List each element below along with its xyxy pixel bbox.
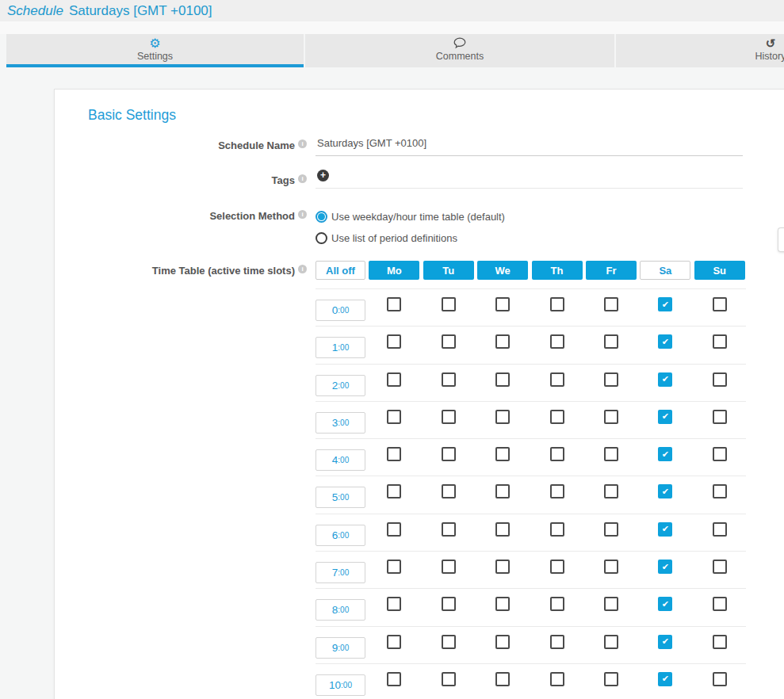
checkbox-th-100[interactable] <box>550 334 564 349</box>
checkbox-fr-900[interactable] <box>604 635 618 649</box>
radio-button[interactable] <box>316 211 327 223</box>
checkbox-tu-500[interactable] <box>442 484 456 498</box>
checkbox-su-800[interactable] <box>713 597 727 611</box>
tab-history[interactable]: ↺ History <box>616 34 784 67</box>
checkbox-we-500[interactable] <box>495 484 510 498</box>
radio-option-weekday-table[interactable]: Use weekday/hour time table (default) <box>316 206 505 227</box>
checkbox-we-700[interactable] <box>495 560 510 574</box>
checkbox-sa-500[interactable]: ✔ <box>658 484 672 498</box>
hour-button-3[interactable]: 3:00 <box>316 412 365 434</box>
checkbox-th-500[interactable] <box>550 484 564 498</box>
checkbox-we-300[interactable] <box>495 410 510 424</box>
checkbox-tu-300[interactable] <box>442 410 456 424</box>
checkbox-mo-500[interactable] <box>387 484 401 498</box>
checkbox-fr-000[interactable] <box>604 297 618 311</box>
checkbox-tu-700[interactable] <box>442 560 456 574</box>
checkbox-su-400[interactable] <box>713 447 727 461</box>
checkbox-mo-600[interactable] <box>387 522 401 537</box>
schedule-name-input[interactable] <box>316 136 743 156</box>
checkbox-su-600[interactable] <box>713 522 727 537</box>
checkbox-sa-200[interactable]: ✔ <box>658 372 672 387</box>
checkbox-mo-200[interactable] <box>387 372 401 387</box>
hour-button-4[interactable]: 4:00 <box>316 449 365 471</box>
checkbox-th-600[interactable] <box>550 522 564 537</box>
all-off-button[interactable]: All off <box>316 261 365 280</box>
day-header-su[interactable]: Su <box>694 261 745 280</box>
day-header-th[interactable]: Th <box>532 261 583 280</box>
checkbox-mo-100[interactable] <box>387 334 401 349</box>
hour-button-1[interactable]: 1:00 <box>316 337 365 358</box>
checkbox-fr-600[interactable] <box>604 522 618 537</box>
checkbox-we-800[interactable] <box>495 597 510 611</box>
checkbox-su-000[interactable] <box>713 297 727 311</box>
checkbox-su-100[interactable] <box>713 334 727 349</box>
checkbox-fr-300[interactable] <box>604 410 618 424</box>
checkbox-we-600[interactable] <box>495 522 510 537</box>
checkbox-th-800[interactable] <box>550 597 564 611</box>
checkbox-th-700[interactable] <box>550 560 564 574</box>
checkbox-th-300[interactable] <box>550 410 564 424</box>
tab-comments[interactable]: Comments <box>305 34 614 67</box>
checkbox-su-200[interactable] <box>713 372 727 387</box>
checkbox-tu-400[interactable] <box>442 447 456 461</box>
add-tag-button[interactable]: + <box>317 170 329 181</box>
checkbox-th-200[interactable] <box>550 372 564 387</box>
tags-field[interactable]: + <box>316 170 743 189</box>
info-icon[interactable]: i <box>298 174 307 183</box>
checkbox-tu-900[interactable] <box>442 635 456 649</box>
day-header-mo[interactable]: Mo <box>369 261 419 280</box>
collapsed-side-panel-handle[interactable] <box>778 227 784 252</box>
checkbox-su-300[interactable] <box>713 410 727 424</box>
checkbox-tu-1000[interactable] <box>442 672 456 686</box>
checkbox-mo-1000[interactable] <box>387 672 401 686</box>
checkbox-tu-100[interactable] <box>442 334 456 349</box>
checkbox-tu-800[interactable] <box>442 597 456 611</box>
checkbox-sa-000[interactable]: ✔ <box>658 297 672 311</box>
checkbox-fr-700[interactable] <box>604 560 618 574</box>
checkbox-fr-800[interactable] <box>604 597 618 611</box>
checkbox-sa-800[interactable]: ✔ <box>658 597 672 611</box>
checkbox-mo-400[interactable] <box>387 447 401 461</box>
checkbox-we-100[interactable] <box>495 334 510 349</box>
day-header-tu[interactable]: Tu <box>423 261 474 280</box>
checkbox-sa-900[interactable]: ✔ <box>658 635 672 649</box>
checkbox-mo-300[interactable] <box>387 410 401 424</box>
checkbox-we-900[interactable] <box>495 635 510 649</box>
hour-button-2[interactable]: 2:00 <box>316 375 365 396</box>
checkbox-su-1000[interactable] <box>713 672 727 686</box>
checkbox-tu-600[interactable] <box>442 522 456 537</box>
checkbox-sa-600[interactable]: ✔ <box>658 522 672 537</box>
checkbox-mo-000[interactable] <box>387 297 401 311</box>
checkbox-sa-700[interactable]: ✔ <box>658 560 672 574</box>
day-header-sa[interactable]: Sa <box>640 261 690 280</box>
checkbox-mo-800[interactable] <box>387 597 401 611</box>
hour-button-9[interactable]: 9:00 <box>316 637 365 659</box>
checkbox-mo-900[interactable] <box>387 635 401 649</box>
checkbox-th-900[interactable] <box>550 635 564 649</box>
checkbox-fr-200[interactable] <box>604 372 618 387</box>
checkbox-we-1000[interactable] <box>495 672 510 686</box>
checkbox-fr-1000[interactable] <box>604 672 618 686</box>
checkbox-we-000[interactable] <box>495 297 510 311</box>
day-header-fr[interactable]: Fr <box>586 261 637 280</box>
checkbox-sa-400[interactable]: ✔ <box>658 447 672 461</box>
checkbox-su-500[interactable] <box>713 484 727 498</box>
hour-button-5[interactable]: 5:00 <box>316 487 365 508</box>
hour-button-7[interactable]: 7:00 <box>316 562 365 583</box>
checkbox-th-000[interactable] <box>550 297 564 311</box>
checkbox-sa-1000[interactable]: ✔ <box>658 672 672 686</box>
checkbox-sa-100[interactable]: ✔ <box>658 334 672 349</box>
checkbox-su-900[interactable] <box>713 635 727 649</box>
checkbox-su-700[interactable] <box>713 560 727 574</box>
checkbox-we-200[interactable] <box>495 372 510 387</box>
info-icon[interactable]: i <box>298 210 307 219</box>
checkbox-tu-200[interactable] <box>442 372 456 387</box>
checkbox-sa-300[interactable]: ✔ <box>658 410 672 424</box>
checkbox-we-400[interactable] <box>495 447 510 461</box>
radio-button[interactable] <box>316 232 327 244</box>
checkbox-th-1000[interactable] <box>550 672 564 686</box>
checkbox-fr-500[interactable] <box>604 484 618 498</box>
checkbox-tu-000[interactable] <box>442 297 456 311</box>
checkbox-th-400[interactable] <box>550 447 564 461</box>
checkbox-fr-100[interactable] <box>604 334 618 349</box>
